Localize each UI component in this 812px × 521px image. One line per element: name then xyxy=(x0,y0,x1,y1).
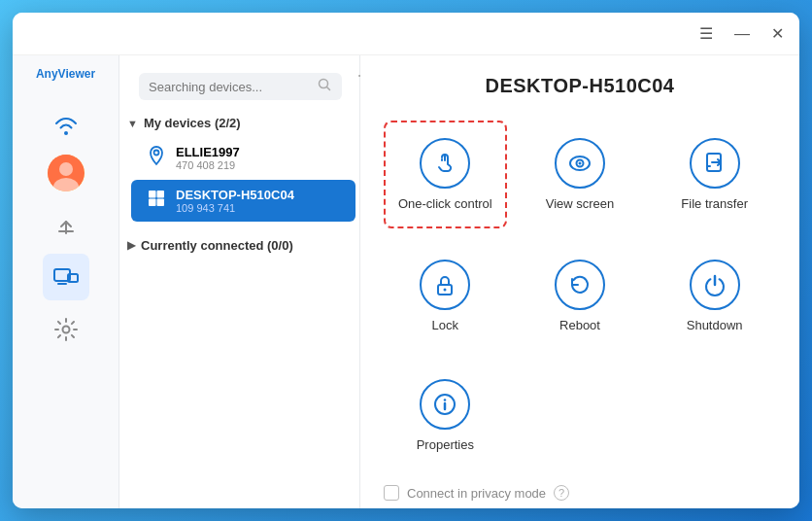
avatar-button[interactable] xyxy=(48,155,85,191)
lock-icon xyxy=(420,260,470,310)
device-info-selected: DESKTOP-H510C04 109 943 741 xyxy=(176,188,294,214)
device-item-selected[interactable]: DESKTOP-H510C04 109 943 741 xyxy=(131,180,355,222)
svg-rect-9 xyxy=(157,191,165,198)
reboot-svg-icon xyxy=(567,272,592,297)
sidebar-devices-button[interactable] xyxy=(43,254,89,300)
privacy-row: Connect in privacy mode ? xyxy=(384,477,776,501)
avatar-image xyxy=(48,155,85,191)
titlebar-controls: ☰ — ✕ xyxy=(695,24,788,44)
sidebar-icons: AnyViewer xyxy=(13,55,119,508)
one-click-control-label: One-click control xyxy=(398,196,492,211)
close-button[interactable]: ✕ xyxy=(767,24,788,44)
search-icon xyxy=(318,78,332,92)
selected-device-name: DESKTOP-H510C04 xyxy=(176,188,294,202)
main-content: DESKTOP-H510C04 One-click control xyxy=(360,55,799,508)
device-title: DESKTOP-H510C04 xyxy=(384,75,776,97)
svg-rect-11 xyxy=(157,199,165,207)
device-info: ELLIE1997 470 408 219 xyxy=(176,145,240,171)
my-devices-label: My devices (2/2) xyxy=(144,116,241,130)
power-svg-icon xyxy=(702,272,727,297)
svg-point-7 xyxy=(154,151,159,156)
properties-label: Properties xyxy=(417,437,474,452)
app-window: ☰ — ✕ AnyViewer xyxy=(13,13,799,508)
info-svg-icon xyxy=(432,392,457,417)
menu-button[interactable]: ☰ xyxy=(695,24,717,44)
windows-logo-icon xyxy=(147,189,166,208)
devices-icon xyxy=(52,264,80,290)
gear-icon xyxy=(53,317,79,342)
sidebar-send-button[interactable] xyxy=(43,201,89,248)
send-icon xyxy=(53,212,79,237)
svg-rect-10 xyxy=(149,199,156,207)
titlebar: ☰ — ✕ xyxy=(13,13,799,55)
location-icon xyxy=(147,145,166,171)
svg-rect-8 xyxy=(149,191,156,198)
privacy-help-icon[interactable]: ? xyxy=(554,485,569,501)
one-click-control-button[interactable]: One-click control xyxy=(384,121,507,228)
minimize-button[interactable]: — xyxy=(730,24,754,44)
actions-grid: One-click control View screen xyxy=(384,121,776,468)
file-transfer-label: File transfer xyxy=(681,196,748,211)
my-devices-chevron: ▼ xyxy=(127,118,138,129)
reboot-icon xyxy=(555,260,605,310)
my-devices-section: ▼ My devices (2/2) ELLIE1997 470 408 219 xyxy=(119,110,359,223)
svg-point-1 xyxy=(59,162,73,176)
reboot-label: Reboot xyxy=(559,318,600,332)
reboot-button[interactable]: Reboot xyxy=(519,244,642,348)
device-id: 470 408 219 xyxy=(176,159,240,171)
properties-icon xyxy=(420,379,470,430)
touch-icon xyxy=(432,151,457,176)
properties-button[interactable]: Properties xyxy=(384,364,507,468)
device-panel: ▼ My devices (2/2) ELLIE1997 470 408 219 xyxy=(119,55,360,508)
privacy-label: Connect in privacy mode xyxy=(407,486,546,501)
search-input[interactable] xyxy=(149,80,312,94)
my-devices-header[interactable]: ▼ My devices (2/2) xyxy=(127,110,359,136)
lock-button[interactable]: Lock xyxy=(384,244,507,348)
file-transfer-svg-icon xyxy=(702,151,727,176)
search-bar xyxy=(139,73,342,100)
shutdown-icon xyxy=(690,260,740,310)
connected-label: Currently connected (0/0) xyxy=(141,238,293,253)
map-pin-icon xyxy=(147,145,166,166)
device-name: ELLIE1997 xyxy=(176,145,240,159)
shutdown-label: Shutdown xyxy=(687,318,743,332)
main-layout: AnyViewer xyxy=(13,55,799,508)
windows-icon xyxy=(147,189,166,213)
shutdown-button[interactable]: Shutdown xyxy=(653,244,776,348)
app-logo: AnyViewer xyxy=(36,67,95,81)
sidebar-settings-button[interactable] xyxy=(43,306,89,353)
svg-point-19 xyxy=(444,399,447,401)
svg-point-14 xyxy=(578,162,581,165)
connected-header[interactable]: ▶ Currently connected (0/0) xyxy=(127,230,359,259)
lock-label: Lock xyxy=(432,318,458,332)
file-transfer-icon xyxy=(690,138,740,189)
view-screen-button[interactable]: View screen xyxy=(519,121,642,228)
wifi-icon xyxy=(53,115,79,136)
privacy-checkbox[interactable] xyxy=(384,485,399,501)
svg-point-17 xyxy=(444,289,447,292)
view-screen-label: View screen xyxy=(546,196,615,211)
connected-chevron: ▶ xyxy=(127,239,135,252)
view-screen-icon xyxy=(555,138,605,189)
search-button[interactable] xyxy=(318,78,332,95)
one-click-control-icon xyxy=(420,138,470,189)
file-transfer-button[interactable]: File transfer xyxy=(653,121,776,228)
sidebar-wifi-button[interactable] xyxy=(43,102,89,149)
selected-device-id: 109 943 741 xyxy=(176,202,294,214)
lock-svg-icon xyxy=(432,272,457,297)
eye-icon xyxy=(567,151,592,176)
search-row xyxy=(119,55,359,110)
connected-section: ▶ Currently connected (0/0) xyxy=(119,223,359,259)
svg-point-5 xyxy=(62,327,69,333)
device-item[interactable]: ELLIE1997 470 408 219 xyxy=(131,137,355,179)
